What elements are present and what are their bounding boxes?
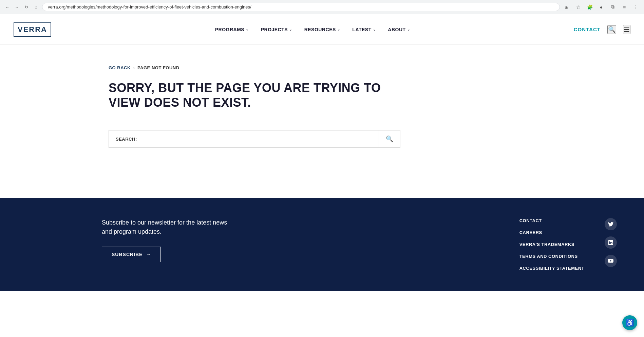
forward-button[interactable]: → <box>14 4 20 11</box>
nav-resources[interactable]: RESOURCES ⌄ <box>304 27 340 32</box>
search-submit-button[interactable]: 🔍 <box>379 130 400 147</box>
header-right: CONTACT 🔍 ☰ <box>574 25 630 34</box>
breadcrumb: GO BACK › PAGE NOT FOUND <box>109 65 630 70</box>
nav-programs[interactable]: PROGRAMS ⌄ <box>215 27 249 32</box>
footer-link-trademarks[interactable]: VERRA'S TRADEMARKS <box>519 242 584 247</box>
url-text: verra.org/methodologies/methodology-for-… <box>48 4 251 10</box>
newsletter-text: Subscribe to our newsletter for the late… <box>102 218 238 236</box>
profile-icon[interactable]: ● <box>597 3 605 11</box>
contact-link[interactable]: CONTACT <box>574 26 601 32</box>
back-button[interactable]: ← <box>4 4 11 11</box>
footer-left: Subscribe to our newsletter for the late… <box>14 218 499 271</box>
main-nav: PROGRAMS ⌄ PROJECTS ⌄ RESOURCES ⌄ LATEST… <box>215 27 410 32</box>
chevron-down-icon: ⌄ <box>407 28 410 31</box>
translate-icon[interactable]: ⊞ <box>563 3 571 11</box>
extension-icon[interactable]: 🧩 <box>586 3 594 11</box>
search-bar-container: SEARCH: 🔍 <box>109 130 400 148</box>
chevron-down-icon: ⌄ <box>373 28 376 31</box>
site-header: VERRA PROGRAMS ⌄ PROJECTS ⌄ RESOURCES ⌄ … <box>0 14 644 45</box>
home-button[interactable]: ⌂ <box>33 4 39 11</box>
browser-icons: ⊞ ☆ 🧩 ● ⧉ ≡ ⋮ <box>563 3 640 11</box>
footer-link-accessibility[interactable]: ACCESSIBILITY STATEMENT <box>519 266 584 271</box>
extensions-btn[interactable]: ⧉ <box>609 3 617 11</box>
subscribe-button[interactable]: SUBSCRIBE → <box>102 247 161 262</box>
nav-projects[interactable]: PROJECTS ⌄ <box>261 27 292 32</box>
nav-latest[interactable]: LATEST ⌄ <box>352 27 376 32</box>
search-label: SEARCH: <box>109 131 144 147</box>
youtube-icon[interactable] <box>605 255 617 267</box>
chevron-down-icon: ⌄ <box>289 28 292 31</box>
breadcrumb-current: PAGE NOT FOUND <box>137 65 179 70</box>
chevron-down-icon: ⌄ <box>337 28 340 31</box>
footer-link-contact[interactable]: CONTACT <box>519 218 584 223</box>
linkedin-icon[interactable] <box>605 236 617 249</box>
footer-link-terms[interactable]: TERMS AND CONDITIONS <box>519 254 584 259</box>
search-input[interactable] <box>144 131 379 147</box>
site-logo[interactable]: VERRA <box>14 22 51 37</box>
menu-icon[interactable]: ⋮ <box>632 3 640 11</box>
tab-search-icon[interactable]: ≡ <box>620 3 628 11</box>
go-back-link[interactable]: GO BACK <box>109 65 131 70</box>
site-footer: Subscribe to our newsletter for the late… <box>0 198 644 291</box>
reload-button[interactable]: ↻ <box>23 4 30 11</box>
hamburger-menu-button[interactable]: ☰ <box>623 25 630 34</box>
footer-link-careers[interactable]: CAREERS <box>519 230 584 235</box>
chevron-down-icon: ⌄ <box>246 28 249 31</box>
nav-about[interactable]: ABOUT ⌄ <box>388 27 410 32</box>
arrow-right-icon: → <box>146 252 151 257</box>
footer-links-column: CONTACT CAREERS VERRA'S TRADEMARKS TERMS… <box>519 218 584 271</box>
footer-links-section: CONTACT CAREERS VERRA'S TRADEMARKS TERMS… <box>519 218 630 271</box>
breadcrumb-separator: › <box>133 66 135 70</box>
error-heading: SORRY, BUT THE PAGE YOU ARE TRYING TO VI… <box>109 81 387 110</box>
footer-social-column <box>605 218 617 271</box>
twitter-icon[interactable] <box>605 218 617 230</box>
address-bar[interactable]: verra.org/methodologies/methodology-for-… <box>42 3 560 11</box>
browser-chrome: ← → ↻ ⌂ verra.org/methodologies/methodol… <box>0 0 644 14</box>
search-icon-button[interactable]: 🔍 <box>607 25 616 34</box>
bookmark-star-icon[interactable]: ☆ <box>574 3 582 11</box>
main-content: GO BACK › PAGE NOT FOUND SORRY, BUT THE … <box>0 45 644 198</box>
